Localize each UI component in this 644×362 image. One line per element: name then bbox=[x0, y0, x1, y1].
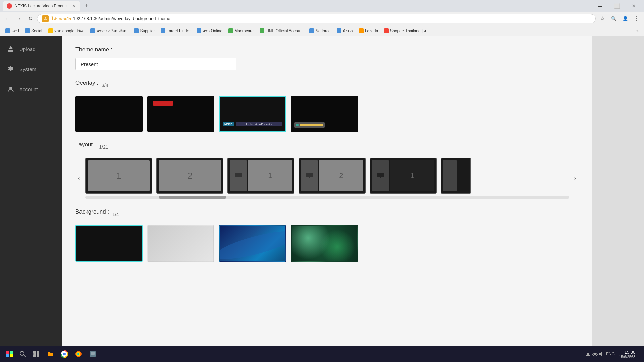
bookmarks-star[interactable]: ☆ bbox=[598, 14, 607, 23]
taskbar-time: 15:36 15/6/2563 bbox=[616, 350, 638, 359]
overlay-item-2[interactable] bbox=[147, 96, 214, 132]
svg-marker-28 bbox=[599, 352, 602, 356]
svg-rect-11 bbox=[6, 354, 9, 357]
active-tab[interactable]: NEXIS Lecture Video Production ✕ bbox=[3, 1, 80, 11]
taskbar-firefox[interactable] bbox=[72, 347, 85, 361]
overlay-label: Overlay : bbox=[75, 80, 98, 86]
svg-rect-9 bbox=[6, 351, 9, 354]
svg-point-2 bbox=[9, 87, 12, 89]
new-tab-button[interactable]: + bbox=[82, 1, 91, 11]
background-grid bbox=[75, 225, 579, 262]
background-item-2[interactable] bbox=[147, 225, 214, 262]
refresh-button[interactable]: ↻ bbox=[25, 14, 35, 23]
background-item-4[interactable] bbox=[291, 225, 358, 262]
theme-name-input[interactable] bbox=[75, 58, 236, 70]
profile-button[interactable]: 👤 bbox=[621, 14, 630, 23]
overlay-line bbox=[300, 124, 323, 126]
layout-item-5[interactable]: 1 bbox=[370, 158, 437, 194]
bookmark-social[interactable]: Social bbox=[22, 28, 45, 34]
bookmark-icon bbox=[134, 28, 139, 33]
theme-name-section: Theme name : bbox=[75, 46, 579, 70]
sidebar-item-account[interactable]: Account bbox=[0, 79, 62, 99]
bookmark-line[interactable]: LINE Official Accou... bbox=[257, 28, 306, 34]
overlay-item-1[interactable] bbox=[75, 96, 143, 132]
background-item-3[interactable] bbox=[219, 225, 286, 262]
address-bar[interactable]: ⚠ ไม่ปลอดภัย 192.168.1.36/admin/#/overla… bbox=[37, 14, 596, 23]
layout-scroll-right[interactable]: › bbox=[572, 174, 579, 183]
svg-rect-5 bbox=[306, 173, 313, 177]
background-section-header: Background : 1/4 bbox=[75, 208, 579, 220]
security-warning-text: ไม่ปลอดภัย bbox=[51, 15, 71, 22]
bookmark-icon bbox=[48, 28, 53, 33]
overlay-item-3[interactable]: NEXIS Lecture Video Production bbox=[219, 96, 286, 132]
svg-point-23 bbox=[77, 353, 79, 355]
taskbar-app1[interactable] bbox=[86, 347, 99, 361]
layout-item-2[interactable]: 2 bbox=[156, 158, 223, 194]
bookmark-apps[interactable]: แอป bbox=[3, 27, 22, 35]
taskbar-chrome[interactable] bbox=[58, 347, 71, 361]
svg-line-14 bbox=[24, 355, 26, 357]
close-button[interactable]: ✕ bbox=[626, 0, 641, 12]
bookmark-table[interactable]: ตารางเปรียบเทียบ bbox=[88, 27, 130, 35]
layout-item-1[interactable]: 1 bbox=[85, 158, 152, 194]
bookmark-label: Netforce bbox=[315, 28, 330, 33]
taskbar-file-explorer[interactable] bbox=[44, 347, 57, 361]
overlay-item-4[interactable] bbox=[291, 96, 358, 132]
layout-scroll-left[interactable]: ‹ bbox=[75, 174, 83, 183]
taskbar-end bbox=[639, 347, 641, 361]
sidebar-item-upload[interactable]: Upload bbox=[0, 39, 62, 59]
bookmark-label: Social bbox=[31, 28, 42, 33]
layout-item-3[interactable]: 1 bbox=[227, 158, 294, 194]
upload-icon bbox=[7, 45, 15, 53]
bookmark-drive[interactable]: จาก google drive bbox=[46, 27, 87, 35]
bookmark-nayna[interactable]: นัยนา bbox=[334, 27, 356, 35]
overlay-count: 3/4 bbox=[102, 83, 108, 88]
extension-button[interactable]: 🔍 bbox=[609, 14, 619, 23]
layout-scrollbar-thumb[interactable] bbox=[159, 196, 226, 199]
layout-section: Layout : 1/21 ‹ 1 bbox=[75, 141, 579, 199]
maximize-button[interactable]: ⬜ bbox=[609, 0, 625, 12]
system-icon bbox=[7, 65, 15, 73]
bookmark-lazada[interactable]: Lazada bbox=[356, 28, 381, 34]
bookmark-online[interactable]: จาก Online bbox=[194, 27, 225, 35]
layout-item-6[interactable] bbox=[441, 158, 471, 194]
forward-button[interactable]: → bbox=[14, 14, 23, 23]
svg-rect-15 bbox=[33, 351, 36, 354]
taskbar-up-arrow[interactable] bbox=[585, 351, 591, 357]
tab-close-button[interactable]: ✕ bbox=[71, 3, 76, 9]
background-item-1[interactable] bbox=[75, 225, 143, 262]
bookmark-icon bbox=[337, 28, 341, 33]
overlay-grid: NEXIS Lecture Video Production bbox=[75, 96, 579, 132]
bookmark-label: Macrocare bbox=[234, 28, 254, 33]
bookmark-shopee[interactable]: Shopee Thailand | ส... bbox=[381, 27, 432, 35]
bookmarks-more[interactable]: » bbox=[634, 28, 641, 34]
svg-rect-16 bbox=[37, 351, 39, 354]
sidebar-item-system[interactable]: System bbox=[0, 59, 62, 79]
bookmark-label: Lazada bbox=[365, 28, 378, 33]
clock-display: 15:36 bbox=[619, 350, 635, 355]
nexis-logo: NEXIS bbox=[223, 122, 234, 126]
security-icon: ⚠ bbox=[42, 15, 49, 22]
minimize-button[interactable]: — bbox=[592, 0, 608, 12]
back-button[interactable]: ← bbox=[3, 14, 12, 23]
start-button[interactable] bbox=[3, 347, 16, 361]
tab-favicon bbox=[7, 3, 12, 9]
bookmark-supplier[interactable]: Supplier bbox=[131, 28, 157, 34]
bookmark-target[interactable]: Target Finder bbox=[158, 28, 193, 34]
layout-label: Layout : bbox=[75, 141, 96, 148]
svg-rect-25 bbox=[91, 352, 95, 355]
bookmark-netforce[interactable]: Netforce bbox=[307, 28, 333, 34]
title-bar: NEXIS Lecture Video Production ✕ + — ⬜ ✕ bbox=[0, 0, 644, 12]
taskbar-search-button[interactable] bbox=[17, 348, 29, 360]
taskbar-taskview[interactable] bbox=[30, 347, 43, 361]
background-label: Background : bbox=[75, 208, 109, 215]
theme-name-label: Theme name : bbox=[75, 46, 579, 53]
right-panel bbox=[592, 36, 644, 362]
svg-marker-1 bbox=[8, 46, 13, 49]
menu-button[interactable]: ⋮ bbox=[632, 14, 641, 23]
bookmark-macrocare[interactable]: Macrocare bbox=[226, 28, 256, 34]
layout-item-4[interactable]: 2 bbox=[299, 158, 366, 194]
bookmark-icon bbox=[90, 28, 95, 33]
bookmark-icon bbox=[25, 28, 30, 33]
bookmark-icon bbox=[384, 28, 389, 33]
